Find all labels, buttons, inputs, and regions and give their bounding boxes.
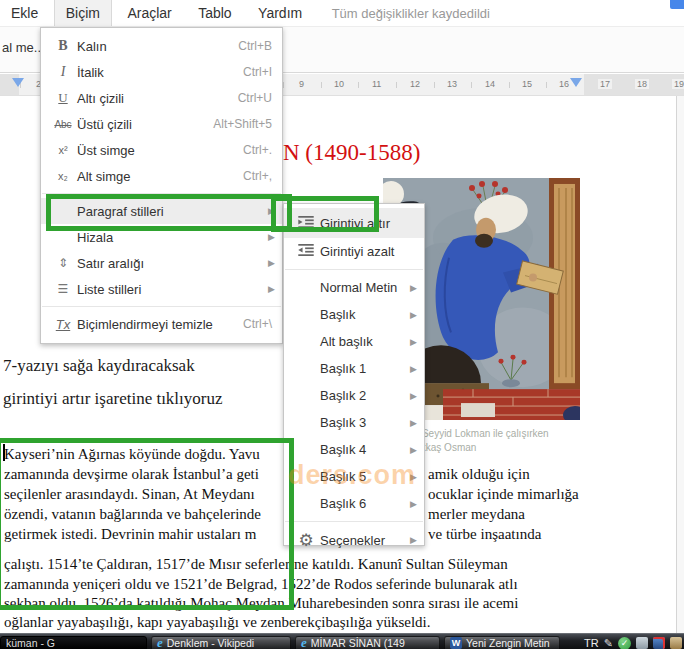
submenu-item-baslik-3[interactable]: Başlık 3 ▶ — [284, 409, 424, 436]
menu-item-label: Liste stilleri — [77, 282, 268, 297]
page-gutter — [677, 96, 684, 633]
submenu-item-baslik-4[interactable]: Başlık 4 ▶ — [284, 436, 424, 463]
menu-item-alti-cizili[interactable]: U Altı çizili Ctrl+U — [41, 85, 282, 111]
menu-item-ustu-cizili[interactable]: Abc Üstü çizili Alt+Shift+5 — [41, 111, 282, 137]
taskbar-button-active-document[interactable]: küman - G — [0, 636, 147, 649]
share-button-fragment[interactable] — [670, 0, 684, 9]
menu-bicim[interactable]: Biçim — [54, 0, 112, 26]
ruler-number: 9 — [297, 79, 306, 89]
security-check-icon[interactable]: ✓ — [618, 637, 631, 649]
submenu-arrow-icon: ▶ — [410, 310, 424, 320]
superscript-icon: x² — [49, 144, 77, 156]
menu-separator — [285, 521, 423, 522]
taskbar-button-mimar-sinan[interactable]: e MİMAR SİNAN (149 — [295, 636, 440, 649]
ruler-number: 16 — [557, 79, 571, 89]
menu-item-label: Hizala — [49, 230, 268, 245]
menu-item-label: Girintiyi azalt — [320, 244, 424, 259]
menu-shortcut: Ctrl+. — [243, 143, 282, 157]
paragraph-line-right: ocuklar içinde mimarlığa — [428, 486, 579, 503]
submenu-arrow-icon: ▶ — [268, 284, 282, 294]
menu-araclar[interactable]: Araçlar — [116, 0, 182, 26]
menu-item-liste-stilleri[interactable]: ☰ Liste stilleri ▶ — [41, 276, 282, 302]
bold-icon: B — [49, 38, 77, 54]
menu-item-label: Üstü çizili — [77, 117, 213, 132]
menu-item-label: Başlık 6 — [292, 496, 410, 511]
ruler-number: 13 — [445, 79, 459, 89]
menu-item-italik[interactable]: I İtalik Ctrl+I — [41, 59, 282, 85]
submenu-item-alt-baslik[interactable]: Alt başlık ▶ — [284, 328, 424, 355]
menu-yardim[interactable]: Yardım — [247, 0, 313, 26]
menu-item-label: Normal Metin — [292, 280, 410, 295]
menu-ekle[interactable]: Ekle — [0, 0, 49, 26]
windows-taskbar: küman - G e Denklem - Vikipedi e MİMAR S… — [0, 633, 684, 649]
menu-item-satir-araligi[interactable]: ⇕ Satır aralığı ▶ — [41, 250, 282, 276]
taskbar-button-denklem[interactable]: e Denklem - Vikipedi — [151, 636, 291, 649]
submenu-item-secenekler[interactable]: ⚙ Seçenekler ▶ — [284, 526, 424, 554]
ruler-number: 19 — [672, 79, 684, 89]
left-indent-marker[interactable] — [12, 78, 24, 87]
language-indicator[interactable]: TR — [584, 637, 599, 649]
menu-item-label: Başlık 1 — [292, 361, 410, 376]
menu-item-ust-simge[interactable]: x² Üst simge Ctrl+. — [41, 137, 282, 163]
taskbar-button-zengin-metin[interactable]: W Yeni Zengin Metin — [444, 636, 560, 649]
submenu-arrow-icon: ▶ — [410, 418, 424, 428]
menu-item-label: Alt başlık — [292, 334, 410, 349]
ruler-number: 18 — [635, 79, 649, 89]
tray-device-icon[interactable] — [636, 637, 648, 649]
note-line-1: 7-yazıyı sağa kaydıracaksak — [3, 356, 195, 376]
word-icon: W — [450, 637, 462, 649]
paragraph-line-right: amik olduğu için — [428, 466, 530, 483]
ruler-number: 14 — [483, 79, 497, 89]
ruler-number: 12 — [408, 79, 422, 89]
ruler-number: 10 — [332, 79, 346, 89]
menu-separator — [42, 306, 281, 307]
subscript-icon: x₂ — [49, 170, 77, 182]
menu-item-bicimlendirmeyi-temizle[interactable]: Tx Biçimlendirmeyi temizle Ctrl+\ — [41, 311, 282, 337]
tray-audio-icon[interactable] — [653, 637, 665, 649]
menu-item-label: Başlık 3 — [292, 415, 410, 430]
menu-item-label: Başlık 2 — [292, 388, 410, 403]
menu-shortcut: Ctrl+U — [238, 91, 282, 105]
submenu-item-baslik-6[interactable]: Başlık 6 ▶ — [284, 490, 424, 517]
site-watermark: ders.com — [288, 460, 416, 491]
submenu-item-baslik-1[interactable]: Başlık 1 ▶ — [284, 355, 424, 382]
gear-icon: ⚙ — [292, 530, 320, 551]
submenu-item-baslik[interactable]: Başlık ▶ — [284, 301, 424, 328]
paragraph-style-selector[interactable]: al me... — [2, 40, 45, 55]
line-spacing-icon: ⇕ — [49, 256, 77, 270]
paragraph-line-right: ve türbe inşaatında — [428, 526, 541, 543]
menu-tablo[interactable]: Tablo — [187, 0, 242, 26]
submenu-item-normal-metin[interactable]: Normal Metin ▶ — [284, 274, 424, 301]
submenu-arrow-icon: ▶ — [410, 391, 424, 401]
submenu-item-baslik-2[interactable]: Başlık 2 ▶ — [284, 382, 424, 409]
italic-icon: I — [49, 64, 77, 80]
menu-item-kalin[interactable]: B Kalın Ctrl+B — [41, 33, 282, 59]
pencil-icon[interactable]: ✎ — [604, 637, 613, 649]
submenu-arrow-icon: ▶ — [410, 535, 424, 545]
note-line-2: girintiyi artır işaretine tıklıyoruz — [3, 389, 223, 409]
menu-item-label: Altı çizili — [77, 91, 238, 106]
menu-shortcut: Ctrl+, — [243, 169, 282, 183]
taskbar-button-label: küman - G — [6, 637, 55, 649]
clear-formatting-icon: Tx — [49, 317, 77, 332]
annotation-box-paragraf-stilleri — [46, 194, 292, 231]
submenu-arrow-icon: ▶ — [410, 337, 424, 347]
menu-item-label: İtalik — [77, 65, 243, 80]
paragraph-line-right: merler meydana — [428, 506, 525, 523]
submenu-arrow-icon: ▶ — [410, 499, 424, 509]
menu-item-alt-simge[interactable]: x₂ Alt simge Ctrl+, — [41, 163, 282, 189]
menu-shortcut: Ctrl+\ — [243, 317, 282, 331]
menu-item-label: Başlık 4 — [292, 442, 410, 457]
submenu-arrow-icon: ▶ — [410, 445, 424, 455]
annotation-box-girintiyi-artir — [271, 196, 379, 232]
menu-item-label: Biçimlendirmeyi temizle — [77, 317, 243, 332]
tray-network-icon[interactable] — [670, 637, 682, 649]
menu-item-label: Üst simge — [77, 143, 243, 158]
right-indent-marker[interactable] — [570, 78, 582, 87]
ruler-number: 17 — [598, 79, 612, 89]
menu-item-label: Alt simge — [77, 169, 243, 184]
format-menu-panel: B Kalın Ctrl+B I İtalik Ctrl+I U Altı çi… — [40, 27, 283, 344]
save-status-text: Tüm değişiklikler kaydedildi — [332, 1, 490, 27]
submenu-item-girintiyi-azalt[interactable]: Girintiyi azalt — [284, 238, 424, 265]
image-caption-line-1: an Seyyid Lokman ile çalışırken — [408, 428, 549, 439]
